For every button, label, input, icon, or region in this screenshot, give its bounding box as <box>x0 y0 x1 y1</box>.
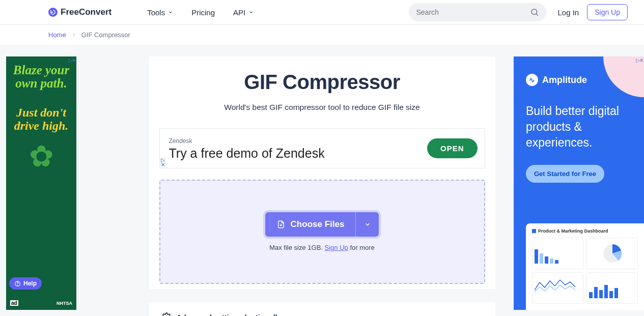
search-icon <box>530 8 539 17</box>
ad-badge: ad <box>10 300 18 306</box>
ad-dashboard-graphic: Product & Marketing Dashboard <box>526 223 644 310</box>
chevron-down-icon <box>168 10 173 15</box>
ad-info-icon[interactable]: ▷✕ <box>636 58 643 63</box>
ad-right-banner[interactable]: ▷✕ ∿ Amplitude Build better digital prod… <box>514 56 644 310</box>
page-title: GIF Compressor <box>159 71 485 94</box>
chevron-right-icon <box>71 31 76 39</box>
nav-tools-label: Tools <box>147 8 165 17</box>
inline-ad[interactable]: ▷✕ Zendesk Try a free demo of Zendesk OP… <box>159 128 485 168</box>
advanced-settings-label: Advanced settings (optional) <box>177 313 278 316</box>
brand-logo-icon <box>48 8 58 17</box>
svg-point-2 <box>17 284 18 285</box>
login-link[interactable]: Log In <box>557 8 579 17</box>
help-icon <box>14 280 21 287</box>
nav-pricing-label: Pricing <box>191 8 215 17</box>
ad-left-banner[interactable]: ▷✕ Blaze your own path. Just don't drive… <box>6 56 76 310</box>
signup-button[interactable]: Sign Up <box>587 4 628 20</box>
nav-pricing[interactable]: Pricing <box>191 8 215 17</box>
drop-caption: Max file size 1GB. Sign Up for more <box>269 244 375 251</box>
choose-files-dropdown[interactable] <box>355 212 379 237</box>
leaf-icon: ✿ <box>12 141 70 171</box>
ad-info-icon[interactable]: ▷✕ <box>68 58 75 63</box>
breadcrumb-home[interactable]: Home <box>48 31 66 39</box>
search-box[interactable] <box>409 3 546 21</box>
inline-ad-headline: Try a free demo of Zendesk <box>169 146 325 161</box>
ad-org: NHTSA <box>57 301 72 306</box>
brand-prefix: Free <box>61 7 79 17</box>
main-card: GIF Compressor World's best GIF compress… <box>149 56 495 289</box>
gear-icon <box>161 312 172 316</box>
brand-logo[interactable]: FreeConvert <box>48 7 111 17</box>
advanced-settings-toggle[interactable]: Advanced settings (optional) <box>149 302 495 316</box>
help-widget[interactable]: Help <box>9 277 42 290</box>
search-input[interactable] <box>416 8 525 16</box>
choose-files-button[interactable]: Choose Files <box>265 212 356 237</box>
choose-files-label: Choose Files <box>291 219 345 229</box>
chevron-down-icon <box>248 10 254 15</box>
nav-api-label: API <box>233 8 245 17</box>
ad-right-headline: Build better digital products & experien… <box>526 103 632 151</box>
ad-footer: ad NHTSA <box>10 300 72 306</box>
ad-left-headline-1: Blaze your own path. <box>12 64 70 91</box>
amplitude-logo-icon: ∿ <box>526 74 538 86</box>
file-drop-zone[interactable]: Choose Files Max file size 1GB. Sign Up … <box>159 180 485 284</box>
inline-ad-sponsor: Zendesk <box>169 137 192 145</box>
nav-api[interactable]: API <box>233 8 254 17</box>
brand-suffix: Convert <box>79 7 111 17</box>
inline-ad-cta[interactable]: OPEN <box>427 138 478 158</box>
chevron-up-icon <box>475 313 483 316</box>
ad-left-headline-2: Just don't drive high. <box>12 106 70 133</box>
breadcrumb: Home GIF Compressor <box>0 25 644 45</box>
choose-files-group: Choose Files <box>265 212 379 237</box>
nav-tools[interactable]: Tools <box>147 8 173 17</box>
help-label: Help <box>23 280 37 287</box>
caption-suffix: for more <box>348 244 375 251</box>
caption-prefix: Max file size 1GB. <box>269 244 324 251</box>
ad-right-cta[interactable]: Get Started for Free <box>526 165 604 183</box>
file-add-icon <box>276 220 286 229</box>
svg-point-0 <box>531 9 537 15</box>
chevron-down-icon <box>364 221 371 228</box>
site-header: FreeConvert Tools Pricing API Log In Sig… <box>0 0 644 25</box>
ad-marker-icon[interactable]: ▷✕ <box>160 157 165 167</box>
breadcrumb-current: GIF Compressor <box>81 31 130 39</box>
dash-title: Product & Marketing Dashboard <box>538 228 608 234</box>
ad-right-brand-label: Amplitude <box>542 75 587 85</box>
caption-signup-link[interactable]: Sign Up <box>325 244 348 251</box>
main-nav: Tools Pricing API <box>147 8 254 17</box>
page-subtitle: World's best GIF compressor tool to redu… <box>159 103 485 112</box>
auth-controls: Log In Sign Up <box>557 4 628 20</box>
